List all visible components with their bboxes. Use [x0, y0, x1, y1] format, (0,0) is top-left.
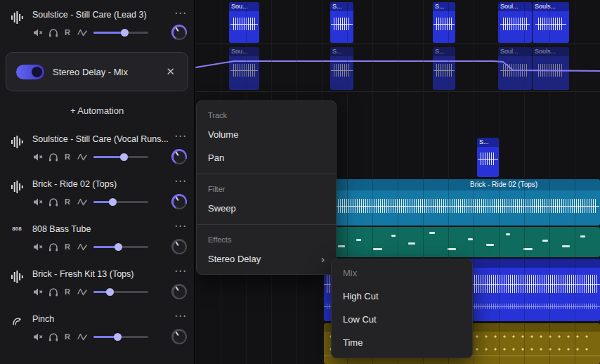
clip-label: S... — [330, 2, 353, 11]
audio-clip[interactable]: S... — [330, 47, 353, 90]
track-context-menu: Track Volume Pan Filter Sweep Effects St… — [196, 100, 337, 275]
stereo-delay-toggle[interactable] — [16, 65, 44, 79]
close-icon[interactable]: ✕ — [163, 64, 178, 79]
audio-clip[interactable]: S... — [330, 2, 353, 43]
audio-clip[interactable]: S... — [477, 138, 499, 177]
record-arm-button[interactable]: R — [63, 27, 72, 38]
waveform — [233, 18, 254, 30]
menu-item-volume[interactable]: Volume — [197, 124, 336, 147]
lane-separator — [195, 44, 600, 44]
solo-headphones-icon[interactable] — [48, 287, 58, 297]
pan-knob[interactable] — [171, 239, 187, 254]
mute-icon[interactable] — [32, 242, 43, 252]
audio-clip[interactable]: Souls... — [533, 47, 569, 90]
volume-slider[interactable] — [93, 197, 148, 207]
submenu-item-low-cut[interactable]: Low Cut — [332, 308, 472, 332]
menu-item-stereo-delay[interactable]: Stereo Delay › — [197, 248, 336, 271]
pinch-icon — [8, 314, 25, 352]
track-row-vocal-runs[interactable]: Soulstice - Still Care (Vocal Runs... R … — [0, 127, 194, 172]
automation-icon[interactable] — [77, 197, 87, 207]
clip-label: S... — [433, 2, 455, 11]
record-arm-button[interactable]: R — [63, 332, 72, 342]
pan-knob[interactable] — [171, 284, 187, 299]
record-arm-button[interactable]: R — [63, 197, 72, 207]
record-arm-button[interactable]: R — [63, 242, 72, 252]
pan-knob[interactable] — [171, 149, 187, 164]
audio-clip[interactable]: S... — [433, 2, 455, 43]
timeline[interactable]: Sou... S... S... Soul... Souls... Sou...… — [195, 0, 600, 364]
audio-clip[interactable]: Soul... — [498, 2, 532, 43]
track-name[interactable]: Brick - Fresh Kit 13 (Tops) — [32, 269, 187, 279]
pan-knob[interactable] — [171, 25, 187, 40]
menu-item-pan[interactable]: Pan — [197, 147, 336, 170]
add-automation-button[interactable]: + Automation — [70, 105, 124, 116]
mute-icon[interactable] — [32, 287, 43, 297]
track-menu-button[interactable]: ⋯ — [174, 313, 187, 320]
track-menu-button[interactable]: ⋯ — [174, 133, 187, 140]
automation-icon[interactable] — [77, 242, 87, 252]
waveform — [538, 18, 563, 30]
track-menu-button[interactable]: ⋯ — [174, 10, 187, 17]
clip-label: Brick - Ride 02 (Tops) — [324, 179, 600, 190]
mute-icon[interactable] — [32, 27, 43, 38]
track-name[interactable]: Soulstice - Still Care (Lead 3) — [32, 10, 187, 20]
waveform — [327, 199, 596, 213]
mute-icon[interactable] — [32, 152, 43, 162]
volume-slider[interactable] — [93, 287, 148, 297]
solo-headphones-icon[interactable] — [48, 27, 58, 38]
track-menu-button[interactable]: ⋯ — [174, 268, 187, 275]
automation-icon[interactable] — [77, 332, 87, 342]
automation-icon[interactable] — [77, 27, 87, 38]
track-controls: R — [32, 239, 187, 254]
submenu-item-high-cut[interactable]: High Cut — [332, 285, 472, 308]
mute-icon[interactable] — [32, 332, 43, 342]
menu-item-label: Stereo Delay — [208, 254, 261, 264]
track-name[interactable]: Brick - Ride 02 (Tops) — [32, 179, 187, 189]
track-row-pinch[interactable]: Pinch R ⋯ — [0, 307, 194, 352]
audio-clip[interactable]: Sou... — [229, 2, 259, 43]
menu-section-effects: Effects — [197, 228, 336, 248]
audio-clip[interactable]: S... — [433, 47, 455, 90]
audio-clip[interactable]: Sou... — [229, 47, 259, 90]
solo-headphones-icon[interactable] — [48, 152, 58, 162]
volume-slider[interactable] — [93, 152, 148, 162]
track-menu-button[interactable]: ⋯ — [174, 223, 187, 230]
track-menu-button[interactable]: ⋯ — [174, 178, 187, 185]
track-row-808-bass-tube[interactable]: 808 808 Bass Tube R ⋯ — [0, 217, 194, 262]
volume-slider[interactable] — [93, 27, 148, 37]
submenu-item-time[interactable]: Time — [332, 332, 472, 355]
record-arm-button[interactable]: R — [63, 287, 72, 297]
track-row-fresh-kit-13[interactable]: Brick - Fresh Kit 13 (Tops) R ⋯ — [0, 262, 194, 307]
menu-item-sweep[interactable]: Sweep — [197, 197, 336, 221]
submenu-item-mix[interactable]: Mix — [332, 262, 472, 285]
automation-icon[interactable] — [77, 287, 87, 297]
mute-icon[interactable] — [32, 197, 43, 207]
808-icon: 808 — [8, 224, 25, 262]
solo-headphones-icon[interactable] — [48, 332, 58, 342]
midi-clip[interactable] — [324, 227, 600, 257]
track-row-ride-02[interactable]: Brick - Ride 02 (Tops) R ⋯ — [0, 172, 194, 217]
waveform — [436, 18, 452, 30]
pan-knob[interactable] — [171, 194, 187, 209]
track-name[interactable]: Soulstice - Still Care (Vocal Runs... — [32, 134, 187, 144]
track-name[interactable]: 808 Bass Tube — [32, 224, 187, 234]
track-controls: R — [32, 329, 187, 344]
automation-icon[interactable] — [77, 152, 87, 162]
solo-headphones-icon[interactable] — [48, 242, 58, 252]
waveform-bars-icon — [8, 269, 25, 307]
audio-clip[interactable]: Souls... — [533, 2, 569, 43]
track-row-lead3[interactable]: Soulstice - Still Care (Lead 3) R ⋯ — [0, 4, 194, 45]
clip-label: S... — [477, 138, 499, 147]
waveform — [503, 18, 527, 30]
clip-label: Sou... — [229, 2, 259, 11]
audio-clip-ride[interactable]: Brick - Ride 02 (Tops) — [324, 179, 600, 226]
pan-knob[interactable] — [171, 329, 187, 344]
track-name[interactable]: Pinch — [32, 314, 187, 324]
audio-clip[interactable]: Soul... — [498, 47, 532, 90]
volume-slider[interactable] — [93, 242, 148, 252]
stereo-delay-submenu: Mix High Cut Low Cut Time — [331, 259, 473, 358]
record-arm-button[interactable]: R — [63, 152, 72, 162]
track-controls: R — [32, 194, 187, 209]
volume-slider[interactable] — [93, 332, 148, 342]
solo-headphones-icon[interactable] — [48, 197, 58, 207]
